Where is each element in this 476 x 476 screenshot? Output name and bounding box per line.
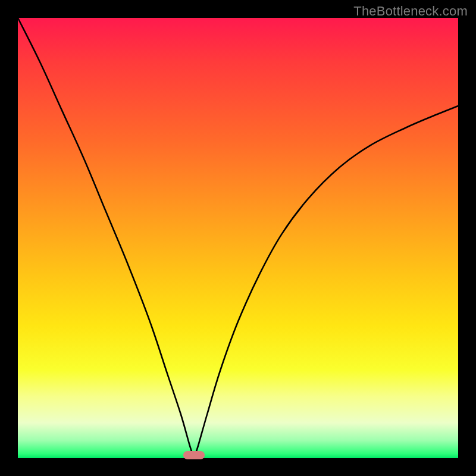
bottleneck-curve: [18, 18, 458, 458]
plot-area: [18, 18, 458, 458]
chart-frame: TheBottleneck.com: [0, 0, 476, 476]
watermark-text: TheBottleneck.com: [353, 4, 468, 19]
optimum-marker: [183, 451, 205, 459]
